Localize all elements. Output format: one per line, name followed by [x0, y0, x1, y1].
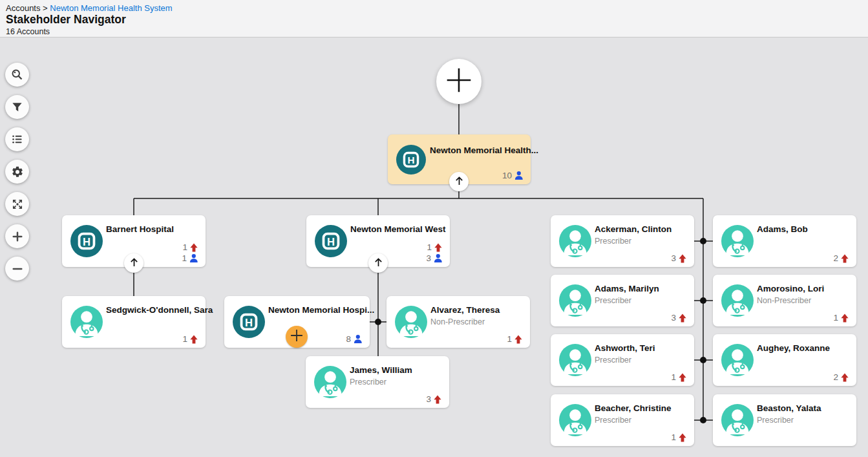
trend-up-icon	[678, 254, 687, 263]
node-card-james[interactable]: James, William Prescriber 3	[306, 356, 449, 408]
node-name: Newton Memorial Hospi...	[268, 305, 374, 315]
node-card-sedgwick-odonnell[interactable]: Sedgwick-O'donnell, Sara 1	[62, 296, 206, 348]
trend-count: 3	[671, 313, 676, 323]
node-subtitle: Non-Prescriber	[757, 296, 811, 305]
doctor-avatar-icon	[559, 284, 591, 317]
person-icon	[353, 334, 363, 344]
add-child-button[interactable]	[286, 326, 308, 348]
people-count: 8	[346, 334, 351, 344]
trend-up-icon	[433, 395, 442, 404]
hospital-icon: H	[70, 225, 103, 257]
trend-badge: 1	[671, 432, 687, 442]
node-subtitle: Prescriber	[757, 416, 794, 425]
add-parent-button[interactable]	[436, 59, 482, 104]
node-card-ashworth[interactable]: Ashworth, Teri Prescriber 1	[551, 334, 694, 386]
filter-button[interactable]	[5, 95, 29, 119]
trend-count: 3	[426, 394, 431, 404]
node-subtitle: Prescriber	[595, 416, 631, 425]
node-subtitle: Prescriber	[595, 237, 631, 246]
search-button[interactable]	[5, 63, 29, 87]
person-icon	[189, 253, 198, 263]
node-name: Alvarez, Theresa	[430, 305, 500, 315]
node-name: Adams, Bob	[757, 224, 808, 234]
people-count: 1	[182, 253, 187, 263]
page-header: Accounts > Newton Memorial Health System…	[0, 0, 868, 37]
gear-icon	[11, 165, 24, 178]
trend-count: 3	[671, 253, 676, 263]
arrow-up-icon	[129, 257, 140, 270]
node-subtitle: Prescriber	[595, 296, 631, 305]
node-card-adams-marilyn[interactable]: Adams, Marilyn Prescriber 3	[551, 275, 694, 326]
filter-icon	[11, 101, 23, 113]
svg-text:H: H	[245, 317, 253, 329]
arrow-up-icon	[454, 175, 465, 189]
plus-icon	[11, 230, 24, 243]
node-card-adams-bob[interactable]: Adams, Bob 2	[713, 215, 856, 267]
expand-button-root[interactable]	[449, 172, 469, 191]
node-card-beacher[interactable]: Beacher, Christine Prescriber 1	[551, 394, 694, 446]
plus-icon	[446, 67, 472, 96]
person-icon	[433, 253, 443, 263]
trend-count: 1	[833, 313, 838, 323]
page-title: Stakeholder Navigator	[6, 13, 126, 27]
node-name: Aughey, Roxanne	[757, 343, 830, 353]
list-view-button[interactable]	[5, 127, 29, 151]
node-card-amorosino[interactable]: Amorosino, Lori Non-Prescriber 1	[713, 275, 856, 326]
trend-count: 1	[671, 372, 676, 382]
arrow-up-icon	[373, 257, 384, 270]
node-card-ackerman[interactable]: Ackerman, Clinton Prescriber 3	[551, 215, 694, 267]
people-badge: 8	[346, 334, 363, 344]
hospital-icon: H	[233, 306, 265, 338]
zoom-out-button[interactable]	[5, 257, 29, 281]
people-count: 3	[426, 253, 431, 263]
settings-button[interactable]	[5, 160, 29, 184]
trend-count: 2	[833, 372, 838, 382]
trend-badge: 1	[671, 372, 687, 382]
trend-badge: 1	[507, 334, 523, 344]
node-card-alvarez[interactable]: Alvarez, Theresa Non-Prescriber 1	[386, 296, 530, 348]
fit-to-screen-button[interactable]	[5, 192, 29, 216]
trend-badge: 2	[833, 372, 849, 382]
trend-up-icon	[840, 254, 849, 263]
trend-up-icon	[189, 243, 198, 252]
trend-up-icon	[678, 373, 687, 382]
trend-badge: 1	[427, 242, 443, 252]
account-count: 16 Accounts	[6, 27, 50, 36]
node-name: Sedgwick-O'donnell, Sara	[106, 305, 213, 315]
trend-count: 1	[507, 334, 512, 344]
node-name: James, William	[350, 365, 412, 375]
doctor-avatar-icon	[721, 225, 754, 257]
node-name: Ackerman, Clinton	[595, 224, 672, 234]
hospital-icon: H	[315, 225, 347, 257]
trend-badge: 1	[833, 313, 849, 323]
people-badge: 10	[502, 171, 524, 180]
people-badge: 3	[426, 253, 443, 263]
node-name: Barnert Hospital	[106, 224, 174, 234]
zoom-in-button[interactable]	[5, 224, 29, 248]
expand-button-barnert[interactable]	[124, 253, 143, 273]
plus-icon	[290, 329, 303, 345]
hospital-icon: H	[396, 145, 426, 175]
trend-count: 1	[671, 432, 676, 442]
node-card-aughey[interactable]: Aughey, Roxanne 2	[713, 334, 856, 386]
node-name: Newton Memorial Health...	[430, 145, 538, 155]
trend-badge: 3	[671, 253, 687, 263]
trend-count: 1	[427, 242, 432, 252]
expand-button-west[interactable]	[368, 253, 388, 273]
breadcrumb-accounts: Accounts	[6, 3, 40, 13]
node-name: Amorosino, Lori	[757, 284, 824, 293]
search-icon	[10, 68, 24, 81]
doctor-avatar-icon	[559, 344, 591, 376]
trend-badge: 1	[182, 242, 198, 252]
expand-arrows-icon	[11, 198, 24, 211]
breadcrumb: Accounts > Newton Memorial Health System	[6, 3, 173, 13]
trend-count: 2	[833, 253, 838, 263]
trend-badge: 3	[671, 313, 687, 323]
minus-icon	[11, 262, 24, 275]
trend-up-icon	[678, 433, 687, 442]
node-card-beaston[interactable]: Beaston, Yalata Prescriber	[713, 394, 856, 446]
trend-badge: 3	[426, 394, 442, 404]
breadcrumb-link-account[interactable]: Newton Memorial Health System	[50, 3, 172, 13]
trend-count: 1	[182, 242, 187, 252]
doctor-avatar-icon	[70, 306, 103, 338]
